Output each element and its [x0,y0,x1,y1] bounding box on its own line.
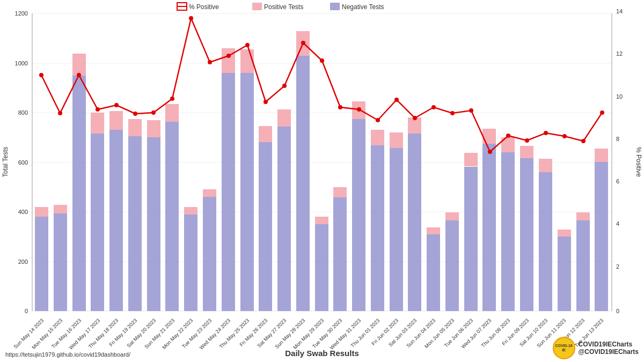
svg-rect-65 [390,148,403,311]
svg-rect-49 [240,73,254,311]
svg-rect-61 [352,119,365,311]
svg-rect-54 [277,109,291,127]
svg-text:6: 6 [616,178,619,184]
svg-rect-27 [35,217,48,311]
svg-text:14: 14 [616,8,623,14]
svg-rect-75 [482,144,496,311]
svg-point-97 [189,16,193,20]
svg-text:8: 8 [616,136,619,142]
svg-point-89 [39,73,43,77]
svg-text:10: 10 [616,93,623,100]
svg-point-110 [431,105,436,109]
svg-rect-58 [315,217,328,224]
svg-point-99 [226,54,231,58]
svg-rect-85 [576,220,590,311]
svg-point-119 [600,110,604,115]
svg-rect-76 [482,129,496,144]
svg-rect-55 [296,56,310,311]
svg-point-107 [376,118,380,122]
svg-rect-33 [91,134,104,311]
svg-rect-82 [539,159,552,172]
svg-rect-63 [371,145,384,311]
svg-rect-44 [184,207,197,215]
svg-rect-74 [464,153,478,166]
svg-rect-87 [595,162,608,311]
svg-rect-59 [333,197,347,311]
svg-text:Negative Tests: Negative Tests [342,3,384,11]
logo-name: COVID19IECharts [579,341,639,348]
svg-rect-70 [427,227,440,234]
svg-point-95 [151,110,156,115]
svg-rect-50 [240,49,254,73]
svg-point-104 [320,58,324,63]
svg-text:2: 2 [616,263,619,270]
svg-point-114 [506,134,510,138]
svg-rect-36 [109,111,123,130]
svg-rect-72 [445,212,459,220]
svg-point-118 [581,139,586,143]
svg-rect-79 [520,158,533,311]
svg-text:Total Tests: Total Tests [2,147,9,177]
svg-text:400: 400 [18,209,28,215]
svg-text:12: 12 [616,50,623,57]
svg-text:600: 600 [18,159,28,166]
svg-rect-51 [259,142,272,311]
svg-text:% Positive: % Positive [635,147,642,177]
svg-text:% Positive: % Positive [189,3,219,11]
svg-text:0: 0 [616,308,619,314]
svg-rect-66 [390,132,403,148]
svg-point-96 [170,97,174,101]
svg-point-98 [208,60,212,64]
svg-rect-32 [72,54,86,76]
svg-rect-67 [408,134,421,311]
svg-rect-37 [128,136,142,311]
svg-rect-45 [203,197,216,311]
svg-point-102 [282,84,287,88]
svg-text:800: 800 [18,109,28,116]
svg-rect-40 [147,120,160,137]
svg-rect-38 [128,119,142,136]
svg-point-91 [77,73,81,77]
chart-title: Daily Swab Results [285,349,359,358]
svg-point-113 [488,150,492,154]
svg-rect-80 [520,146,533,158]
svg-point-93 [114,103,119,107]
svg-rect-30 [54,205,67,213]
chart-container: 0 200 400 600 800 1000 1200 0 2 4 6 8 10… [0,0,644,362]
svg-text:1000: 1000 [15,60,28,67]
svg-rect-52 [259,126,272,142]
svg-rect-48 [222,48,235,73]
svg-rect-29 [54,213,67,311]
svg-point-106 [357,107,361,112]
svg-point-116 [544,131,548,135]
svg-rect-31 [72,76,86,311]
svg-rect-57 [315,224,328,311]
svg-rect-156 [330,3,340,10]
svg-point-108 [394,98,399,102]
svg-rect-42 [165,104,179,122]
svg-rect-28 [35,207,48,217]
chart-svg: 0 200 400 600 800 1000 1200 0 2 4 6 8 10… [0,0,644,362]
svg-rect-81 [539,172,552,311]
svg-point-115 [525,138,529,143]
svg-rect-88 [595,149,608,162]
logo-icon: COVID-19IE [553,337,575,359]
svg-point-103 [301,41,305,45]
svg-text:200: 200 [18,258,28,265]
svg-rect-34 [91,113,104,134]
svg-point-101 [264,100,268,104]
svg-rect-73 [464,167,478,311]
svg-rect-43 [184,215,197,311]
svg-rect-53 [277,127,291,311]
svg-point-94 [133,112,137,116]
svg-point-100 [245,43,250,47]
svg-point-111 [450,111,455,115]
svg-rect-77 [501,152,515,311]
svg-text:1200: 1200 [15,10,28,17]
svg-rect-154 [252,3,262,10]
svg-rect-64 [371,130,384,145]
svg-rect-35 [109,130,123,311]
url-label: https://tetsujin1979.github.io/covid19da… [5,351,130,358]
svg-point-90 [58,111,62,115]
svg-point-112 [469,108,473,113]
